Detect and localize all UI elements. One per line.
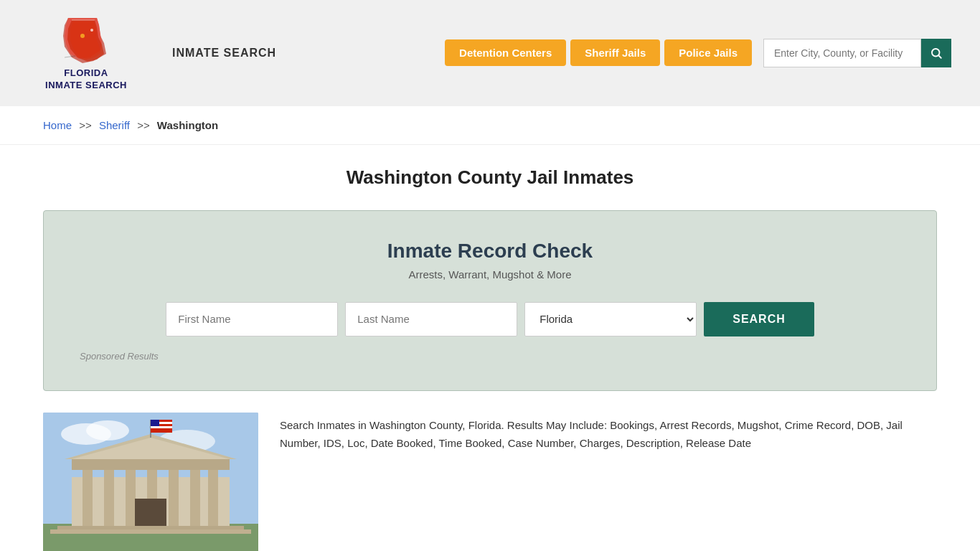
breadcrumb-current: Washington [157, 119, 218, 131]
record-check-title: Inmate Record Check [80, 240, 900, 263]
florida-map-logo [57, 14, 115, 65]
main-content: Washington County Jail Inmates Inmate Re… [0, 145, 980, 551]
svg-rect-19 [208, 466, 218, 527]
record-check-subtitle: Arrests, Warrant, Mugshot & More [80, 268, 900, 281]
search-icon [930, 47, 943, 60]
detention-centers-button[interactable]: Detention Centers [445, 39, 566, 66]
svg-rect-29 [151, 426, 172, 428]
logo-title: FLORIDA INMATE SEARCH [45, 67, 127, 92]
record-check-box: Inmate Record Check Arrests, Warrant, Mu… [43, 210, 937, 391]
svg-rect-23 [135, 499, 166, 527]
bottom-section: Search Inmates in Washington County, Flo… [43, 413, 937, 551]
svg-rect-15 [126, 466, 136, 527]
main-nav: Detention Centers Sheriff Jails Police J… [445, 39, 951, 67]
breadcrumb-sep1: >> [79, 119, 92, 131]
svg-rect-30 [151, 420, 159, 426]
breadcrumb: Home >> Sheriff >> Washington [0, 106, 980, 145]
first-name-input[interactable] [166, 302, 338, 336]
police-jails-button[interactable]: Police Jails [664, 39, 752, 66]
header-search-bar [763, 39, 951, 67]
inmate-search-label: INMATE SEARCH [172, 47, 276, 60]
sponsored-label: Sponsored Results [80, 351, 900, 362]
svg-point-9 [86, 420, 129, 441]
facility-image [43, 413, 258, 551]
svg-rect-20 [72, 459, 230, 470]
breadcrumb-sep2: >> [137, 119, 150, 131]
svg-point-3 [90, 29, 93, 32]
svg-point-2 [80, 34, 85, 38]
inmate-search-form: Florida Alabama Georgia SEARCH [80, 302, 900, 336]
sheriff-jails-button[interactable]: Sheriff Jails [570, 39, 660, 66]
header-search-button[interactable] [921, 39, 951, 67]
svg-rect-25 [50, 529, 251, 534]
svg-rect-13 [83, 466, 93, 527]
logo-area: FLORIDA INMATE SEARCH [29, 14, 143, 92]
svg-line-6 [938, 55, 941, 57]
breadcrumb-sheriff[interactable]: Sheriff [99, 119, 130, 131]
last-name-input[interactable] [345, 302, 517, 336]
description-text: Search Inmates in Washington County, Flo… [280, 413, 937, 453]
state-select[interactable]: Florida Alabama Georgia [524, 302, 697, 336]
site-header: FLORIDA INMATE SEARCH INMATE SEARCH Dete… [0, 0, 980, 106]
header-search-input[interactable] [763, 39, 921, 67]
inmate-search-button[interactable]: SEARCH [704, 302, 814, 336]
svg-rect-14 [104, 466, 114, 527]
svg-rect-18 [190, 466, 200, 527]
page-title: Washington County Jail Inmates [43, 166, 937, 189]
svg-rect-17 [169, 466, 179, 527]
breadcrumb-home[interactable]: Home [43, 119, 72, 131]
